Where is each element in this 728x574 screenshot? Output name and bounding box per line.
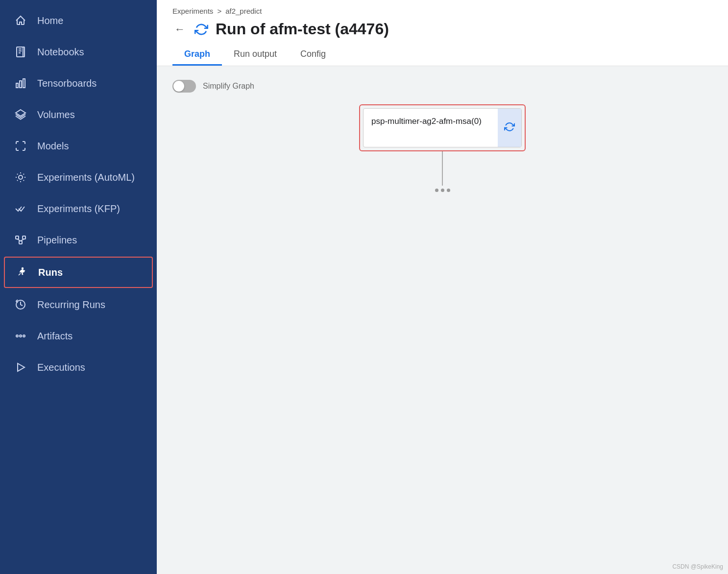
sidebar-item-executions[interactable]: Executions xyxy=(0,352,157,383)
main-content: Experiments > af2_predict ← Run of afm-t… xyxy=(157,0,728,574)
sidebar-item-label: Experiments (KFP) xyxy=(37,203,120,215)
simplify-graph-toggle[interactable] xyxy=(172,80,196,93)
dot-3 xyxy=(447,189,450,192)
svg-line-9 xyxy=(17,239,21,241)
simplify-graph-label: Simplify Graph xyxy=(203,82,254,91)
node-connector xyxy=(435,151,450,192)
svg-point-14 xyxy=(16,335,18,337)
sidebar-item-experiments-automl[interactable]: Experiments (AutoML) xyxy=(0,162,157,193)
sidebar-item-label: Volumes xyxy=(37,109,75,120)
svg-point-5 xyxy=(19,175,23,179)
graph-node-wrapper: psp-multimer-ag2-afm-msa(0) xyxy=(359,104,526,151)
svg-rect-1 xyxy=(16,83,18,88)
svg-line-10 xyxy=(21,239,24,241)
svg-rect-3 xyxy=(23,79,25,88)
node-label: psp-multimer-ag2-afm-msa(0) xyxy=(364,109,498,147)
sidebar-item-label: Home xyxy=(37,15,63,26)
node-side-panel xyxy=(498,109,521,147)
top-bar: Experiments > af2_predict ← Run of afm-t… xyxy=(157,0,728,66)
svg-rect-8 xyxy=(19,241,22,244)
graph-container: psp-multimer-ag2-afm-msa(0) xyxy=(172,104,712,192)
sidebar-item-label: Executions xyxy=(37,362,85,373)
sidebar-item-pipelines[interactable]: Pipelines xyxy=(0,224,157,256)
sidebar-item-runs[interactable]: Runs xyxy=(4,257,153,288)
breadcrumb: Experiments > af2_predict xyxy=(172,7,712,15)
sidebar: Home Notebooks Tensorboards Volumes xyxy=(0,0,157,574)
sidebar-item-label: Experiments (AutoML) xyxy=(37,172,135,183)
tab-run-output[interactable]: Run output xyxy=(222,44,289,66)
svg-point-16 xyxy=(23,335,25,337)
svg-rect-2 xyxy=(20,81,22,88)
svg-rect-6 xyxy=(16,236,19,239)
sidebar-item-label: Runs xyxy=(38,267,63,278)
content-area: Simplify Graph psp-multimer-ag2-afm-msa(… xyxy=(157,66,728,574)
connector-dots xyxy=(435,189,450,192)
sidebar-item-volumes[interactable]: Volumes xyxy=(0,99,157,130)
arrows-icon xyxy=(14,139,27,153)
sidebar-item-notebooks[interactable]: Notebooks xyxy=(0,36,157,68)
clock-icon xyxy=(14,298,27,311)
sidebar-item-label: Tensorboards xyxy=(37,78,97,89)
sidebar-item-experiments-kfp[interactable]: Experiments (KFP) xyxy=(0,193,157,224)
sidebar-item-home[interactable]: Home xyxy=(0,5,157,36)
sidebar-item-label: Recurring Runs xyxy=(37,299,105,311)
breadcrumb-separator: > xyxy=(217,7,221,15)
watermark: CSDN @SpikeKing xyxy=(672,563,723,570)
run-icon xyxy=(15,265,28,279)
tab-config[interactable]: Config xyxy=(289,44,338,66)
play-icon xyxy=(14,360,27,374)
sidebar-item-label: Pipelines xyxy=(37,235,77,246)
toggle-knob xyxy=(173,81,184,92)
layers-icon xyxy=(14,108,27,121)
bar-chart-icon xyxy=(14,76,27,90)
sidebar-item-recurring-runs[interactable]: Recurring Runs xyxy=(0,289,157,320)
tabs: Graph Run output Config xyxy=(172,44,712,66)
graph-node[interactable]: psp-multimer-ag2-afm-msa(0) xyxy=(363,108,522,147)
svg-point-11 xyxy=(22,267,24,269)
sidebar-item-tensorboards[interactable]: Tensorboards xyxy=(0,68,157,99)
tab-graph[interactable]: Graph xyxy=(172,44,222,66)
sidebar-item-label: Notebooks xyxy=(37,47,84,58)
svg-point-15 xyxy=(20,335,22,337)
check-double-icon xyxy=(14,202,27,215)
breadcrumb-parent[interactable]: Experiments xyxy=(172,7,213,15)
dot-1 xyxy=(435,189,438,192)
sidebar-item-label: Models xyxy=(37,141,69,152)
sidebar-item-label: Artifacts xyxy=(37,331,73,342)
page-title: Run of afm-test (a4476) xyxy=(216,20,389,38)
telescope-icon xyxy=(14,170,27,184)
svg-marker-17 xyxy=(18,363,24,371)
pipeline-icon xyxy=(14,233,27,247)
dot-2 xyxy=(441,189,444,192)
refresh-icon[interactable] xyxy=(194,22,209,37)
page-title-row: ← Run of afm-test (a4476) xyxy=(172,20,712,38)
breadcrumb-current: af2_predict xyxy=(225,7,262,15)
artifacts-icon xyxy=(14,329,27,343)
simplify-row: Simplify Graph xyxy=(172,80,712,93)
connector-line xyxy=(442,151,443,186)
svg-line-12 xyxy=(19,273,21,275)
sidebar-item-models[interactable]: Models xyxy=(0,130,157,162)
home-icon xyxy=(14,14,27,27)
node-refresh-icon[interactable] xyxy=(504,121,515,134)
sidebar-item-artifacts[interactable]: Artifacts xyxy=(0,320,157,352)
svg-rect-7 xyxy=(23,236,25,239)
back-button[interactable]: ← xyxy=(172,21,187,38)
book-icon xyxy=(14,45,27,59)
